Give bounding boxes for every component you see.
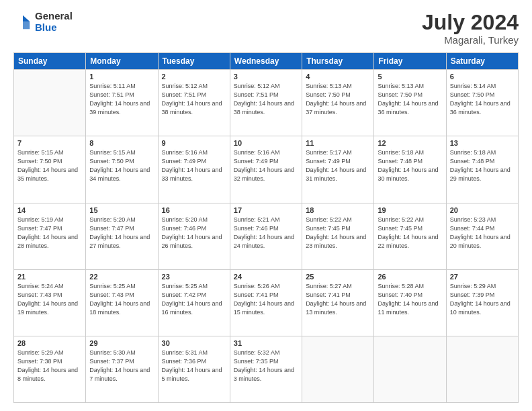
day-cell: 27Sunrise: 5:29 AMSunset: 7:39 PMDayligh… (446, 269, 518, 336)
day-number: 25 (306, 273, 370, 281)
day-number: 20 (450, 206, 515, 214)
day-cell: 23Sunrise: 5:25 AMSunset: 7:42 PMDayligh… (158, 269, 230, 336)
day-number: 11 (306, 139, 370, 147)
day-cell: 13Sunrise: 5:18 AMSunset: 7:48 PMDayligh… (446, 136, 518, 203)
day-info: Sunrise: 5:16 AMSunset: 7:49 PMDaylight:… (234, 148, 298, 183)
day-number: 31 (234, 339, 298, 347)
day-cell: 22Sunrise: 5:25 AMSunset: 7:43 PMDayligh… (86, 269, 158, 336)
day-info: Sunrise: 5:12 AMSunset: 7:51 PMDaylight:… (162, 82, 226, 117)
weekday-header-wednesday: Wednesday (230, 53, 302, 70)
day-cell: 11Sunrise: 5:17 AMSunset: 7:49 PMDayligh… (302, 136, 374, 203)
day-info: Sunrise: 5:15 AMSunset: 7:50 PMDaylight:… (89, 148, 154, 183)
day-number: 12 (378, 139, 442, 147)
weekday-header-friday: Friday (374, 53, 446, 70)
day-number: 8 (89, 139, 154, 147)
day-number: 24 (234, 273, 298, 281)
header: General Blue July 2024 Magarali, Turkey (13, 11, 519, 46)
week-row-5: 28Sunrise: 5:29 AMSunset: 7:38 PMDayligh… (14, 336, 519, 402)
logo-text: General Blue (35, 11, 73, 33)
day-number: 6 (450, 73, 515, 81)
day-info: Sunrise: 5:20 AMSunset: 7:46 PMDaylight:… (162, 216, 226, 250)
day-cell: 5Sunrise: 5:13 AMSunset: 7:50 PMDaylight… (374, 70, 446, 136)
day-info: Sunrise: 5:18 AMSunset: 7:48 PMDaylight:… (450, 148, 515, 183)
day-info: Sunrise: 5:20 AMSunset: 7:47 PMDaylight:… (89, 216, 154, 250)
day-number: 4 (306, 73, 370, 81)
day-cell: 9Sunrise: 5:16 AMSunset: 7:49 PMDaylight… (158, 136, 230, 203)
svg-marker-1 (23, 21, 30, 29)
day-number: 2 (162, 73, 226, 81)
day-cell: 30Sunrise: 5:31 AMSunset: 7:36 PMDayligh… (158, 336, 230, 402)
day-number: 17 (234, 206, 298, 214)
day-cell: 31Sunrise: 5:32 AMSunset: 7:35 PMDayligh… (230, 336, 302, 402)
day-info: Sunrise: 5:32 AMSunset: 7:35 PMDaylight:… (234, 349, 298, 383)
day-info: Sunrise: 5:13 AMSunset: 7:50 PMDaylight:… (378, 82, 442, 117)
weekday-header-saturday: Saturday (446, 53, 518, 70)
day-cell (374, 336, 446, 402)
day-cell: 20Sunrise: 5:23 AMSunset: 7:44 PMDayligh… (446, 203, 518, 269)
day-cell: 21Sunrise: 5:24 AMSunset: 7:43 PMDayligh… (14, 269, 86, 336)
day-cell: 28Sunrise: 5:29 AMSunset: 7:38 PMDayligh… (14, 336, 86, 402)
day-info: Sunrise: 5:15 AMSunset: 7:50 PMDaylight:… (17, 148, 82, 183)
day-cell (302, 336, 374, 402)
logo-general: General (35, 11, 73, 22)
day-info: Sunrise: 5:25 AMSunset: 7:42 PMDaylight:… (162, 282, 226, 317)
day-info: Sunrise: 5:14 AMSunset: 7:50 PMDaylight:… (450, 82, 515, 117)
calendar: SundayMondayTuesdayWednesdayThursdayFrid… (13, 52, 519, 403)
week-row-1: 1Sunrise: 5:11 AMSunset: 7:51 PMDaylight… (14, 70, 519, 136)
title-block: July 2024 Magarali, Turkey (422, 11, 519, 46)
day-info: Sunrise: 5:12 AMSunset: 7:51 PMDaylight:… (234, 82, 298, 117)
day-info: Sunrise: 5:22 AMSunset: 7:45 PMDaylight:… (306, 216, 370, 250)
day-info: Sunrise: 5:30 AMSunset: 7:37 PMDaylight:… (89, 349, 154, 383)
day-info: Sunrise: 5:22 AMSunset: 7:45 PMDaylight:… (378, 216, 442, 250)
day-number: 3 (234, 73, 298, 81)
day-cell: 1Sunrise: 5:11 AMSunset: 7:51 PMDaylight… (86, 70, 158, 136)
week-row-2: 7Sunrise: 5:15 AMSunset: 7:50 PMDaylight… (14, 136, 519, 203)
day-info: Sunrise: 5:27 AMSunset: 7:41 PMDaylight:… (306, 282, 370, 317)
day-cell: 2Sunrise: 5:12 AMSunset: 7:51 PMDaylight… (158, 70, 230, 136)
day-info: Sunrise: 5:24 AMSunset: 7:43 PMDaylight:… (17, 282, 82, 317)
day-cell: 3Sunrise: 5:12 AMSunset: 7:51 PMDaylight… (230, 70, 302, 136)
day-number: 27 (450, 273, 515, 281)
day-number: 10 (234, 139, 298, 147)
day-number: 30 (162, 339, 226, 347)
day-number: 19 (378, 206, 442, 214)
day-cell: 18Sunrise: 5:22 AMSunset: 7:45 PMDayligh… (302, 203, 374, 269)
location: Magarali, Turkey (422, 34, 519, 46)
page: General Blue July 2024 Magarali, Turkey … (0, 0, 532, 411)
day-cell: 25Sunrise: 5:27 AMSunset: 7:41 PMDayligh… (302, 269, 374, 336)
day-cell (14, 70, 86, 136)
day-info: Sunrise: 5:28 AMSunset: 7:40 PMDaylight:… (378, 282, 442, 317)
logo-blue: Blue (35, 22, 73, 34)
weekday-header-monday: Monday (86, 53, 158, 70)
month-year: July 2024 (422, 11, 519, 34)
weekday-header-row: SundayMondayTuesdayWednesdayThursdayFrid… (14, 53, 519, 70)
day-number: 26 (378, 273, 442, 281)
day-number: 14 (17, 206, 82, 214)
day-cell: 12Sunrise: 5:18 AMSunset: 7:48 PMDayligh… (374, 136, 446, 203)
day-info: Sunrise: 5:21 AMSunset: 7:46 PMDaylight:… (234, 216, 298, 250)
day-cell: 7Sunrise: 5:15 AMSunset: 7:50 PMDaylight… (14, 136, 86, 203)
weekday-header-sunday: Sunday (14, 53, 86, 70)
day-number: 15 (89, 206, 154, 214)
week-row-3: 14Sunrise: 5:19 AMSunset: 7:47 PMDayligh… (14, 203, 519, 269)
day-cell (446, 336, 518, 402)
day-number: 29 (89, 339, 154, 347)
weekday-header-tuesday: Tuesday (158, 53, 230, 70)
day-cell: 16Sunrise: 5:20 AMSunset: 7:46 PMDayligh… (158, 203, 230, 269)
day-cell: 17Sunrise: 5:21 AMSunset: 7:46 PMDayligh… (230, 203, 302, 269)
day-cell: 4Sunrise: 5:13 AMSunset: 7:50 PMDaylight… (302, 70, 374, 136)
day-info: Sunrise: 5:29 AMSunset: 7:39 PMDaylight:… (450, 282, 515, 317)
day-number: 5 (378, 73, 442, 81)
day-info: Sunrise: 5:17 AMSunset: 7:49 PMDaylight:… (306, 148, 370, 183)
day-number: 28 (17, 339, 82, 347)
day-number: 16 (162, 206, 226, 214)
day-cell: 26Sunrise: 5:28 AMSunset: 7:40 PMDayligh… (374, 269, 446, 336)
logo-icon (13, 13, 32, 32)
svg-marker-0 (23, 15, 30, 21)
day-number: 23 (162, 273, 226, 281)
day-cell: 15Sunrise: 5:20 AMSunset: 7:47 PMDayligh… (86, 203, 158, 269)
day-cell: 6Sunrise: 5:14 AMSunset: 7:50 PMDaylight… (446, 70, 518, 136)
day-cell: 29Sunrise: 5:30 AMSunset: 7:37 PMDayligh… (86, 336, 158, 402)
day-number: 7 (17, 139, 82, 147)
day-number: 1 (89, 73, 154, 81)
